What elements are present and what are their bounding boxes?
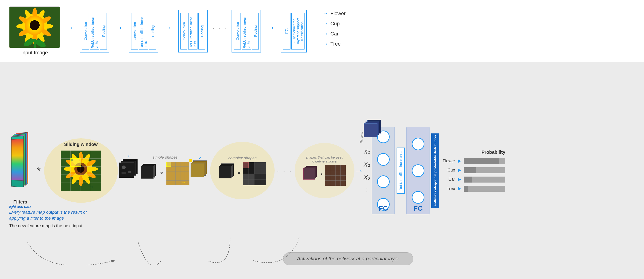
prob-arrow-car bbox=[458, 178, 461, 182]
output-arrow-tree: → bbox=[323, 41, 328, 47]
complex-shapes-label: complex shapes bbox=[228, 156, 257, 160]
simple-shapes-label: simple shapes bbox=[152, 155, 178, 160]
svg-point-3 bbox=[30, 22, 39, 30]
svg-point-32 bbox=[64, 167, 74, 171]
dark-map3-front bbox=[219, 166, 232, 178]
nn-x2: X₂ bbox=[364, 161, 370, 168]
fc-top-label: FC bbox=[283, 13, 290, 50]
navy-maps-section bbox=[364, 120, 382, 145]
conv-block-1: Convolution ReLU rectified linear units … bbox=[80, 10, 109, 52]
arrow-to-nn: → bbox=[354, 166, 364, 176]
relu2-label: ReLU rectified linear units bbox=[139, 13, 148, 50]
conv-block-4: Convolution ReLU rectified linear units … bbox=[232, 10, 261, 52]
prob-label-cup: Cup bbox=[442, 168, 455, 173]
prob-label-car: Car bbox=[442, 177, 455, 182]
caption-blue: Every feature map output is the result o… bbox=[9, 209, 90, 222]
prob-arrow-cup bbox=[458, 168, 461, 172]
output-car: → Car bbox=[323, 31, 346, 37]
nn-x3: X₃ bbox=[364, 174, 370, 181]
left-caption: Every feature map output is the result o… bbox=[9, 209, 90, 228]
prob-row-tree: Tree bbox=[442, 186, 505, 192]
nn-circle-1c bbox=[377, 176, 390, 188]
sunflower-with-grid: → bbox=[61, 150, 101, 191]
softmax-label: softmax categorical probability distribu… bbox=[431, 133, 439, 208]
prob-bar-tree bbox=[464, 186, 468, 192]
prob-label-flower: Flower bbox=[442, 158, 455, 164]
fc-block-top: FC Fully Connected layers to support cla… bbox=[281, 10, 307, 52]
asterisk-1: * bbox=[37, 166, 41, 176]
conv-block-3: Convolution ReLU rectified linear units … bbox=[178, 10, 208, 52]
activations-caption: Activations of the network at a particul… bbox=[283, 252, 413, 265]
output-arrow-car: → bbox=[323, 31, 328, 37]
relu1-label: ReLU rectified linear units bbox=[90, 13, 99, 50]
filters-section: Filters light and dark bbox=[9, 132, 31, 209]
svg-point-2 bbox=[28, 19, 42, 33]
svg-point-13 bbox=[16, 24, 28, 28]
dark-map2-front bbox=[141, 166, 154, 179]
arrow-to-fc: → bbox=[267, 23, 275, 32]
probability-section: Probability Flower Cup Car bbox=[442, 150, 505, 192]
top-dots: · · · bbox=[212, 24, 227, 32]
output-car-text: Car bbox=[330, 31, 338, 37]
sliding-window-label: Sliding window bbox=[64, 142, 98, 147]
nn-circle-2c bbox=[412, 191, 424, 204]
prob-row-car: Car bbox=[442, 176, 505, 182]
pink-map-front bbox=[303, 168, 315, 180]
conv4-label: Convolution bbox=[234, 13, 241, 50]
svg-rect-57 bbox=[166, 162, 171, 167]
complex-shapes-bubble: complex shapes * bbox=[210, 142, 274, 199]
svg-rect-47 bbox=[122, 172, 126, 174]
dashed-section-2: ↙ bbox=[190, 156, 209, 186]
output-tree-text: Tree bbox=[330, 41, 340, 47]
flower-shapes-bubble: shapes that can be used to define a flow… bbox=[294, 143, 354, 198]
output-flower: → Flower bbox=[323, 10, 346, 16]
prob-title: Probability bbox=[442, 150, 505, 155]
prob-arrow-flower bbox=[458, 159, 461, 163]
svg-point-45 bbox=[122, 166, 126, 169]
simple-grid-container: → bbox=[166, 162, 190, 186]
middle-dots: · · · bbox=[277, 167, 292, 174]
svg-point-46 bbox=[128, 170, 131, 173]
output-arrow-flower: → bbox=[323, 10, 328, 16]
relu3-label: ReLU rectified linear units bbox=[188, 13, 198, 50]
dark-map-front bbox=[119, 162, 134, 178]
top-section: Input Image → Convolution ReLU rectified… bbox=[0, 0, 644, 62]
simple-shapes-section: simple shapes * bbox=[141, 155, 190, 186]
prob-label-tree: Tree bbox=[442, 186, 455, 191]
filter-card-rainbow bbox=[11, 138, 24, 181]
prob-row-flower: Flower bbox=[442, 158, 505, 164]
filters-label: Filters bbox=[13, 199, 27, 205]
relu4-label: ReLU rectified linear units bbox=[242, 13, 251, 50]
fc1-label: FC bbox=[378, 204, 388, 212]
caption-black: The new feature map is the next input bbox=[9, 223, 90, 228]
pool4-label: Pooling bbox=[252, 13, 259, 50]
nn-circle-1b bbox=[377, 153, 390, 166]
prob-arrow-tree bbox=[458, 187, 461, 190]
complex-grid-svg bbox=[243, 162, 266, 185]
prob-bar-cup bbox=[464, 167, 476, 173]
input-image-container: Input Image bbox=[9, 6, 60, 56]
main-content: Filters light and dark * Sliding window bbox=[9, 71, 635, 270]
complex-shapes-inner: complex shapes * bbox=[219, 156, 266, 185]
flower-shapes-label: shapes that can be used to define a flow… bbox=[304, 156, 345, 163]
prob-bar-bg-car bbox=[464, 176, 505, 182]
nn-dots: ⋮ bbox=[364, 187, 370, 193]
prob-bar-bg-tree bbox=[464, 186, 505, 192]
output-cup: → Cup bbox=[323, 21, 346, 27]
relu-label: ReLU rectified linear units bbox=[396, 148, 405, 194]
fc2-label: FC bbox=[414, 204, 422, 212]
prob-bar-bg-flower bbox=[464, 158, 505, 164]
nn-inputs: X₁ X₂ X₃ ⋮ bbox=[364, 148, 370, 193]
complex-shapes-content: * bbox=[219, 162, 266, 185]
arrow-to-conv1: → bbox=[66, 23, 74, 32]
output-labels: → Flower → Cup → Car → Tree bbox=[323, 10, 346, 47]
arrow-2-3: → bbox=[164, 23, 172, 32]
svg-point-7 bbox=[42, 24, 53, 28]
output-flower-text: Flower bbox=[330, 10, 346, 16]
fc-desc-label: Fully Connected layers to support classi… bbox=[292, 13, 304, 50]
dashed-section-1: ↙ bbox=[119, 152, 140, 189]
stacked-dark-maps-2 bbox=[141, 164, 157, 184]
input-image-label: Input Image bbox=[21, 50, 48, 56]
stacked-dark-maps-3 bbox=[219, 164, 235, 184]
nn-circle-2a bbox=[412, 138, 424, 150]
